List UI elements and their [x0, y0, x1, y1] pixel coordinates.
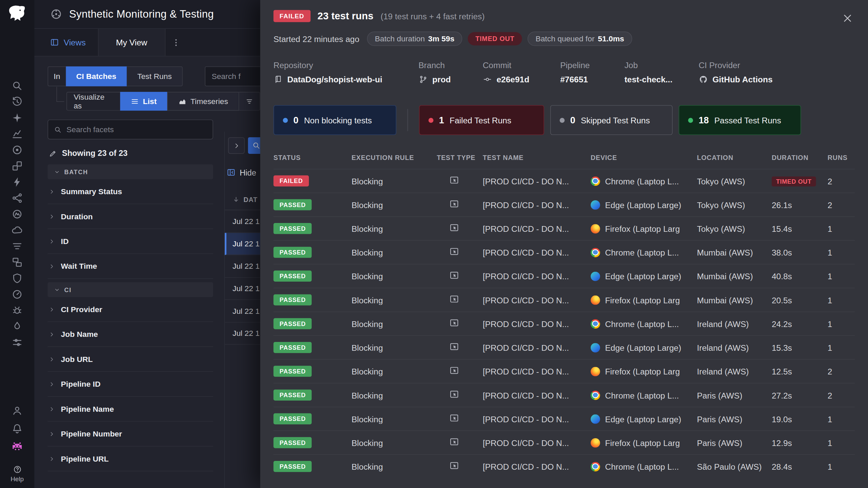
pencil-icon[interactable] [49, 149, 57, 157]
location: Ireland (AWS) [697, 367, 772, 376]
profiling-icon[interactable] [11, 320, 23, 332]
chevron-right-icon [49, 263, 55, 269]
facet-group-label: BATCH [64, 168, 88, 175]
left-panel: Synthetic Monitoring & Testing Views My … [34, 0, 260, 488]
facet-group-header[interactable]: BATCH [47, 164, 213, 179]
facet-item[interactable]: Pipeline Number [47, 422, 213, 446]
summary-card-failed[interactable]: 1 Failed Test Runs [419, 105, 544, 135]
column-header[interactable]: STATUS [274, 154, 352, 162]
duration: 19.0s [772, 414, 828, 424]
test-run-row[interactable]: PASSED Blocking [PROD CI/CD - DO N... Ed… [274, 407, 855, 430]
device: Chrome (Laptop L... [591, 248, 697, 257]
hide-column-button[interactable]: Hide [226, 168, 256, 177]
integrations-icon[interactable] [11, 160, 23, 172]
facet-item[interactable]: Wait Time [47, 254, 213, 279]
security-icon[interactable] [11, 272, 23, 284]
facet-item[interactable]: Job URL [47, 347, 213, 372]
visualize-timeseries-button[interactable]: Timeseries [167, 92, 239, 111]
monitors-icon[interactable] [11, 288, 23, 301]
test-run-row[interactable]: FAILED Blocking [PROD CI/CD - DO N... Ch… [274, 169, 855, 192]
test-run-row[interactable]: PASSED Blocking [PROD CI/CD - DO N... Ch… [274, 240, 855, 264]
column-header[interactable]: DURATION [772, 154, 828, 162]
facet-item[interactable]: Pipeline URL [47, 447, 213, 471]
test-run-row[interactable]: PASSED Blocking [PROD CI/CD - DO N... Ch… [274, 311, 855, 335]
bits-invader-icon[interactable] [11, 441, 23, 453]
chrome-icon [591, 248, 600, 257]
settings-icon[interactable] [11, 337, 23, 349]
apm-icon[interactable] [11, 208, 23, 220]
column-header[interactable]: TEST TYPE [437, 154, 483, 162]
status-badge: PASSED [274, 437, 312, 448]
column-header[interactable]: DEVICE [591, 154, 697, 162]
facet-label: Pipeline URL [61, 454, 109, 463]
test-run-row[interactable]: PASSED Blocking [PROD CI/CD - DO N... Fi… [274, 216, 855, 240]
test-run-row[interactable]: PASSED Blocking [PROD CI/CD - DO N... Ed… [274, 264, 855, 288]
facet-item[interactable]: ID [47, 229, 213, 254]
facet-item[interactable]: Summary Status [47, 179, 213, 204]
column-header[interactable]: TEST NAME [483, 154, 591, 162]
summary-count: 1 [439, 115, 444, 125]
datadog-logo-icon[interactable] [8, 5, 27, 23]
tab-my-view[interactable]: My View [98, 29, 165, 56]
facet-group-header[interactable]: CI [47, 282, 213, 297]
close-panel-button[interactable] [842, 12, 854, 24]
search-icon[interactable] [11, 80, 23, 92]
synthetics-icon[interactable] [11, 144, 23, 156]
collapse-panel-button[interactable] [228, 137, 245, 154]
execution-rule: Blocking [352, 414, 437, 424]
summary-card-info[interactable]: 0 Non blocking tests [274, 105, 396, 135]
facet-item[interactable]: Pipeline Name [47, 397, 213, 422]
meta-value: DataDog/shopist-web-ui [274, 75, 419, 84]
help-button[interactable]: Help [11, 465, 24, 482]
status-dot [283, 118, 288, 123]
location: Tokyo (AWS) [697, 176, 772, 186]
column-header[interactable]: RUNS [828, 154, 855, 162]
views-button[interactable]: Views [34, 29, 98, 56]
visualize-list-button[interactable]: List [120, 92, 167, 111]
history-icon[interactable] [11, 96, 23, 108]
test-run-row[interactable]: PASSED Blocking [PROD CI/CD - DO N... Fi… [274, 430, 855, 454]
facet-item[interactable]: Duration [47, 204, 213, 229]
notifications-icon[interactable] [11, 423, 23, 435]
test-run-row[interactable]: PASSED Blocking [PROD CI/CD - DO N... Ch… [274, 454, 855, 478]
meta-value: e26e91d [483, 75, 560, 84]
edge-icon [591, 271, 600, 281]
view-bar: Views My View [34, 29, 260, 57]
service-map-icon[interactable] [11, 192, 23, 204]
dashboards-icon[interactable] [11, 256, 23, 268]
events-icon[interactable] [11, 176, 23, 188]
logs-icon[interactable] [11, 240, 23, 252]
facet-item[interactable]: Job Name [47, 322, 213, 347]
query-search-input[interactable] [212, 72, 254, 81]
summary-card-skipped[interactable]: 0 Skipped Test Runs [550, 105, 673, 135]
test-run-row[interactable]: PASSED Blocking [PROD CI/CD - DO N... Ed… [274, 335, 855, 359]
account-icon[interactable] [11, 404, 23, 416]
watchdog-icon[interactable] [11, 112, 23, 124]
test-run-row[interactable]: PASSED Blocking [PROD CI/CD - DO N... Fi… [274, 359, 855, 383]
status-badge: PASSED [274, 199, 312, 210]
facet-label: ID [61, 237, 69, 246]
execution-rule: Blocking [352, 319, 437, 328]
meta-label: Commit [483, 60, 560, 70]
execution-rule: Blocking [352, 462, 437, 471]
tab-test-runs[interactable]: Test Runs [127, 66, 183, 86]
column-header[interactable]: EXECUTION RULE [352, 154, 437, 162]
test-run-row[interactable]: PASSED Blocking [PROD CI/CD - DO N... Fi… [274, 288, 855, 311]
facet-search-input[interactable] [66, 125, 207, 134]
facet-item[interactable]: Pipeline ID [47, 372, 213, 396]
meta-value: #76651 [560, 75, 624, 84]
showing-count: Showing 23 of 23 [62, 149, 127, 158]
test-run-row[interactable]: PASSED Blocking [PROD CI/CD - DO N... Ed… [274, 192, 855, 216]
location: Ireland (AWS) [697, 343, 772, 352]
ci-pipelines-icon[interactable] [11, 224, 23, 236]
visualize-toplist-button[interactable] [239, 92, 260, 111]
test-run-row[interactable]: PASSED Blocking [PROD CI/CD - DO N... Ch… [274, 383, 855, 407]
summary-card-passed[interactable]: 18 Passed Test Runs [679, 105, 801, 135]
column-header[interactable]: LOCATION [697, 154, 772, 162]
metrics-icon[interactable] [11, 128, 23, 140]
tab-ci-batches[interactable]: CI Batches [66, 66, 127, 86]
error-tracking-icon[interactable] [11, 304, 23, 317]
query-search-box [205, 66, 260, 86]
kebab-menu-button[interactable] [165, 29, 186, 56]
facet-item[interactable]: CI Provider [47, 297, 213, 322]
